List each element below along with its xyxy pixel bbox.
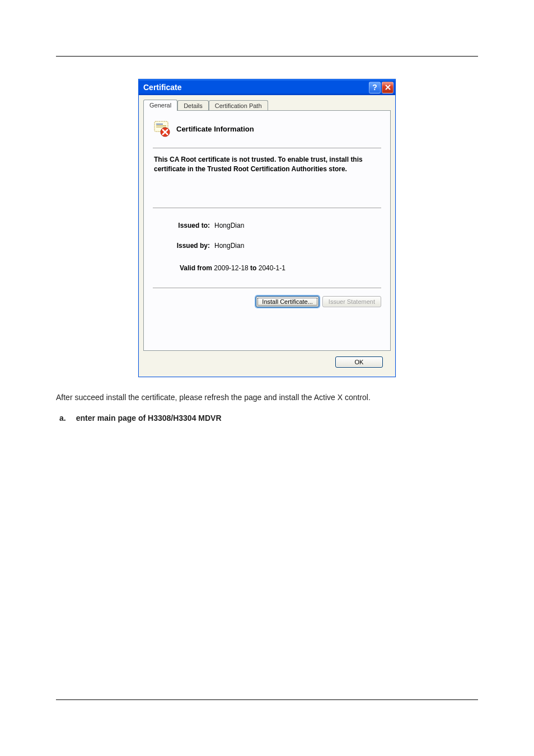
close-button[interactable] xyxy=(382,82,394,93)
dialog-titlebar: Certificate ? xyxy=(139,79,395,95)
issued-by-label: Issued by: xyxy=(166,242,214,250)
help-button[interactable]: ? xyxy=(369,82,381,93)
tab-panel-general: Certificate Information This CA Root cer… xyxy=(143,110,391,351)
issued-to-label: Issued to: xyxy=(166,222,214,229)
valid-to-value: 2040-1-1 xyxy=(259,264,285,272)
issued-by-value: HongDian xyxy=(214,242,244,250)
certificate-warning-icon xyxy=(153,120,171,138)
dialog-body: General Details Certification Path xyxy=(139,95,395,377)
svg-rect-3 xyxy=(156,127,166,128)
certificate-warning-text: This CA Root certificate is not trusted.… xyxy=(153,155,381,174)
issued-to-row: Issued to: HongDian xyxy=(166,222,381,229)
issued-section: Issued to: HongDian Issued by: HongDian … xyxy=(153,216,381,288)
list-item-text: enter main page of H3308/H3304 MDVR xyxy=(76,414,222,422)
ok-button[interactable]: OK xyxy=(335,356,383,368)
certificate-info-section: Certificate Information This CA Root cer… xyxy=(153,120,381,208)
tab-general[interactable]: General xyxy=(143,100,177,111)
bottom-horizontal-rule xyxy=(56,699,478,700)
dialog-title: Certificate xyxy=(143,83,368,92)
step-list-item: a. enter main page of H3308/H3304 MDVR xyxy=(56,414,478,422)
valid-from-label: Valid from xyxy=(180,264,212,272)
certificate-dialog: Certificate ? General Details Certificat… xyxy=(138,79,396,377)
issued-by-row: Issued by: HongDian xyxy=(166,242,381,250)
instruction-text: After succeed install the certificate, p… xyxy=(56,392,478,403)
top-horizontal-rule xyxy=(56,56,478,57)
install-certificate-button[interactable]: Install Certificate... xyxy=(256,296,318,307)
svg-rect-1 xyxy=(156,124,163,125)
dialog-footer: OK xyxy=(143,351,391,370)
certificate-info-heading: Certificate Information xyxy=(176,125,254,133)
tab-details[interactable]: Details xyxy=(177,100,209,111)
svg-rect-2 xyxy=(156,125,166,126)
valid-to-label: to xyxy=(250,264,256,272)
tab-strip: General Details Certification Path xyxy=(143,100,391,111)
divider xyxy=(153,148,381,148)
close-icon xyxy=(385,83,391,92)
issuer-statement-button: Issuer Statement xyxy=(322,296,381,307)
help-icon: ? xyxy=(372,83,377,92)
valid-from-value: 2009-12-18 xyxy=(214,264,248,272)
tab-certification-path[interactable]: Certification Path xyxy=(209,100,268,111)
issued-to-value: HongDian xyxy=(214,222,244,229)
valid-from-row: Valid from 2009-12-18 to 2040-1-1 xyxy=(166,264,381,272)
panel-button-row: Install Certificate... Issuer Statement xyxy=(153,296,381,307)
list-marker: a. xyxy=(59,414,66,422)
